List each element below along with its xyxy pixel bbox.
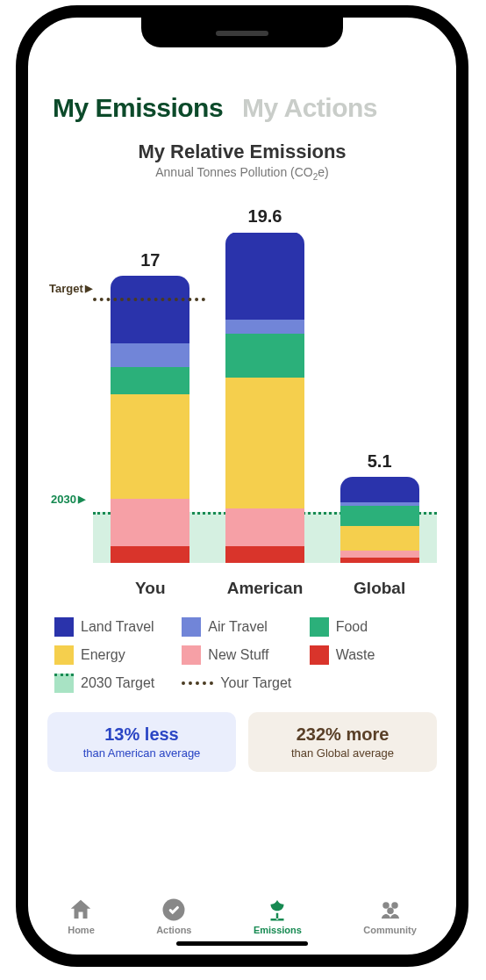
x-axis-labels: You American Global [93,579,437,598]
svg-point-1 [382,902,390,909]
segment-waste [340,558,419,563]
nav-emissions[interactable]: Emissions [254,897,302,935]
stat-vs-global-sub: than Global average [255,746,430,760]
segment-air-travel [111,343,189,367]
plant-icon [264,897,290,923]
bottom-nav: Home Actions Emissions Community [28,888,456,939]
segment-food [340,506,419,526]
bar-global: 5.1 [340,451,419,563]
svg-point-2 [391,902,398,909]
stat-vs-global[interactable]: 232% more than Global average [248,712,437,772]
people-icon [377,897,404,923]
bar-total-label: 17 [140,250,160,270]
legend-your-target: Your Target [182,674,302,693]
phone-speaker [216,31,268,36]
segment-new-stuff [225,508,304,545]
your-target-line [93,298,205,301]
segment-new-stuff [340,551,419,558]
home-indicator [176,941,308,946]
x-label-you: You [111,579,189,598]
target-2030-label: 2030▶ [51,493,85,506]
bar-total-label: 19.6 [248,206,282,227]
x-label-american: American [225,579,304,598]
legend-land-travel: Land Travel [54,617,175,637]
stacked-bar [225,232,304,562]
tab-my-actions[interactable]: My Actions [242,93,377,123]
legend-waste: Waste [310,645,430,665]
segment-waste [111,546,189,563]
segment-energy [340,526,419,551]
chart-title: My Relative Emissions Annual Tonnes Poll… [47,141,437,182]
segment-air-travel [225,320,304,333]
bar-american: 19.6 [225,206,304,562]
x-label-global: Global [340,579,419,598]
legend-energy: Energy [54,645,175,665]
phone-frame: My Emissions My Actions My Relative Emis… [16,5,468,967]
check-circle-icon [161,897,187,923]
segment-energy [225,378,304,509]
legend-food: Food [310,617,430,637]
segment-waste [225,546,304,563]
stacked-bar [111,276,189,562]
segment-new-stuff [111,499,189,546]
legend-2030-target: 2030 Target [54,674,175,693]
top-tabs: My Emissions My Actions [47,67,437,132]
emissions-chart: 2030▶ Target▶ 1719.65.1 You American Glo… [47,203,437,607]
chart-legend: Land Travel Air Travel Food Energy New S… [47,617,437,693]
stat-vs-american-sub: than American average [54,746,229,760]
bar-total-label: 5.1 [368,451,392,472]
chart-bars: 1719.65.1 [93,226,437,563]
tab-my-emissions[interactable]: My Emissions [53,93,223,123]
segment-energy [111,394,189,499]
your-target-label: Target▶ [49,282,92,295]
stat-vs-american[interactable]: 13% less than American average [47,712,236,772]
stat-vs-global-headline: 232% more [255,724,430,745]
stat-vs-american-headline: 13% less [54,724,229,745]
segment-land-travel [340,477,419,502]
segment-land-travel [225,233,304,321]
nav-actions[interactable]: Actions [156,897,191,935]
nav-community[interactable]: Community [363,897,417,935]
svg-point-3 [387,908,394,915]
segment-food [111,367,189,394]
segment-land-travel [111,276,189,343]
legend-air-travel: Air Travel [182,617,302,637]
chart-title-text: My Relative Emissions [47,141,437,163]
legend-new-stuff: New Stuff [182,645,302,665]
chart-subtitle: Annual Tonnes Pollution (CO2e) [47,165,437,182]
stat-cards: 13% less than American average 232% more… [47,712,437,772]
nav-home[interactable]: Home [68,897,95,935]
screen: My Emissions My Actions My Relative Emis… [28,18,456,955]
stacked-bar [340,477,419,563]
segment-food [225,334,304,378]
home-icon [68,897,94,923]
